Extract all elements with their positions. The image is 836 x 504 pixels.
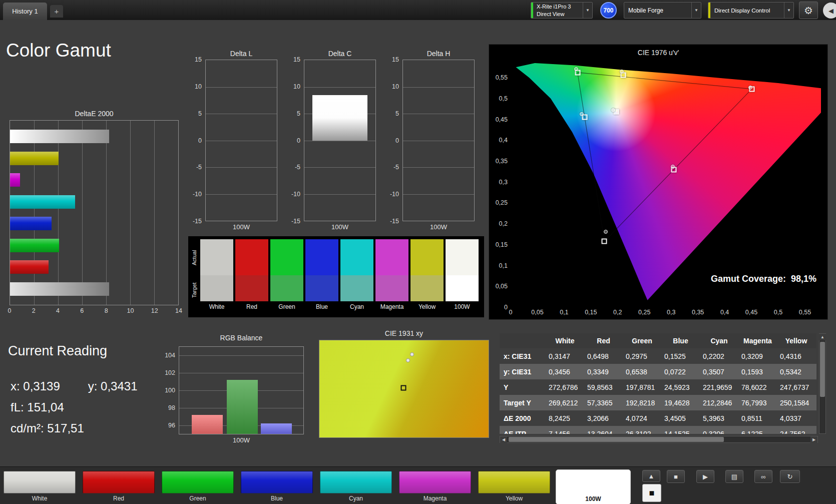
loop-icon[interactable]: ∞: [754, 470, 772, 483]
gamut-coverage-value: 98,1%: [791, 274, 816, 284]
axis-tick-label: 0,45: [496, 116, 508, 123]
swatch-target: [235, 275, 268, 301]
scrollbar-thumb[interactable]: [509, 437, 724, 442]
gear-icon[interactable]: ⚙: [799, 2, 818, 19]
table-cell: 8,2425: [546, 414, 584, 422]
target-marker-blue: [602, 239, 607, 244]
pattern-button-green[interactable]: Green: [160, 469, 235, 504]
table-cell: 250,1584: [777, 399, 815, 407]
swatch-target: [305, 275, 338, 301]
axis-tick-label: 100: [165, 387, 175, 394]
axis-tick-label: 15: [293, 56, 300, 63]
table-col-header-cyan: Cyan: [700, 337, 738, 345]
swatch-column-blue: Blue: [305, 239, 338, 312]
table-cell: 0,1593: [738, 368, 777, 376]
scrollbar-thumb[interactable]: [820, 342, 825, 397]
deltae-bar-yellow: [10, 152, 59, 165]
table-row: ΔE 20008,24253,20664,07243,45055,39630,8…: [500, 410, 816, 426]
history-tab[interactable]: History 1: [3, 3, 47, 20]
pattern-button-white[interactable]: White: [2, 469, 77, 504]
reading-fl: fL: 151,04: [11, 400, 64, 414]
swatch-label: Cyan: [340, 303, 373, 312]
gridline: [304, 87, 375, 88]
table-horizontal-scrollbar[interactable]: ◀ ▶: [500, 436, 818, 443]
axis-tick-label: -10: [193, 191, 202, 198]
chevron-down-icon[interactable]: ▼: [784, 3, 793, 18]
gridline: [206, 114, 277, 114]
meter-selector[interactable]: X-Rite i1Pro 3 Direct View ▼: [531, 2, 593, 19]
gridline: [206, 141, 277, 141]
axis-tick-label: 10: [195, 83, 202, 90]
workflow-selector[interactable]: Mobile Forge ▼: [624, 2, 701, 19]
reading-cdm2: cd/m²: 517,51: [11, 421, 84, 435]
axis-tick-label: 0,5: [499, 95, 508, 102]
axis-tick-label: 0,15: [496, 241, 508, 248]
table-row-label: x: CIE31: [500, 352, 546, 360]
axis-tick-label: -5: [393, 164, 399, 171]
table-cell: 221,9659: [700, 383, 738, 391]
pattern-window-button[interactable]: ■: [642, 484, 661, 502]
swatch-target: [200, 275, 233, 301]
table-cell: 24,7562: [777, 430, 815, 434]
axis-tick-label: 0: [198, 137, 202, 144]
table-cell: 0,2202: [700, 352, 738, 360]
delta-c-chart: Delta C 151050-5-10-15 100W: [288, 50, 378, 235]
table-cell: 24,5923: [661, 383, 700, 391]
delta-c-plot: [304, 60, 376, 221]
pattern-button-magenta[interactable]: Magenta: [397, 469, 473, 504]
scroll-up-icon[interactable]: ▲: [819, 334, 826, 340]
axis-tick-label: 0,4: [499, 137, 508, 144]
table-row: x: CIE310,31470,64980,29750,15250,22020,…: [500, 348, 816, 364]
axis-tick-label: 96: [168, 422, 175, 429]
x-axis-label: 100W: [304, 223, 376, 231]
refresh-icon[interactable]: ↻: [780, 470, 800, 483]
add-tab-button[interactable]: +: [50, 5, 63, 18]
axis-tick-label: -10: [390, 191, 399, 198]
axis-tick-label: 0,55: [799, 309, 811, 316]
meter-name: X-Rite i1Pro 3 Direct View: [533, 3, 574, 18]
axis-tick-label: 5: [198, 110, 202, 117]
display-control-label: Direct Display Control: [710, 8, 784, 14]
table-cell: 14,1525: [661, 430, 700, 434]
table-cell: 0,3349: [584, 368, 623, 376]
gridline: [403, 87, 474, 88]
pattern-button-100w[interactable]: 100W: [556, 469, 631, 504]
swatch-actual: [235, 239, 268, 275]
scroll-left-icon[interactable]: ◀: [500, 436, 507, 443]
swatch-actual: [200, 239, 233, 275]
swatch-actual: [375, 239, 408, 275]
play-icon[interactable]: ▶: [696, 470, 714, 483]
pattern-button-yellow[interactable]: Yellow: [477, 469, 552, 504]
expand-up-icon[interactable]: ▲: [642, 470, 660, 482]
pattern-button-cyan[interactable]: Cyan: [318, 469, 393, 504]
measured-marker: [410, 352, 414, 356]
axis-tick-label: 0: [8, 307, 12, 314]
deltae-bar-100w: [10, 282, 109, 296]
display-control-selector[interactable]: Direct Display Control ▼: [708, 2, 794, 19]
axis-tick-label: 8: [105, 307, 108, 314]
table-cell: 19,4628: [661, 399, 700, 407]
pattern-label: Green: [162, 495, 234, 502]
save-icon[interactable]: ▤: [725, 470, 743, 483]
axis-tick-label: 14: [175, 307, 182, 314]
swatch-label: Magenta: [375, 303, 408, 312]
table-cell: 57,3365: [584, 399, 623, 407]
pattern-button-blue[interactable]: Blue: [239, 469, 314, 504]
chevron-down-icon[interactable]: ▼: [691, 3, 701, 18]
stop-icon[interactable]: ■: [667, 470, 685, 483]
measured-marker-magenta: [671, 165, 675, 169]
cie1976-plot: [511, 63, 821, 307]
x-axis-label: 100W: [402, 223, 475, 231]
swatch-actual: [305, 239, 338, 275]
axis-tick-label: 12: [151, 307, 158, 314]
scroll-right-icon[interactable]: ▶: [810, 436, 817, 443]
axis-tick-label: 0,1: [499, 262, 508, 269]
chevron-down-icon[interactable]: ▼: [583, 3, 592, 18]
pattern-label: Magenta: [399, 495, 471, 502]
collapse-panel-icon[interactable]: ◀: [823, 3, 836, 19]
table-vertical-scrollbar[interactable]: ▲: [819, 333, 826, 434]
axis-tick-label: 98: [168, 404, 175, 411]
pattern-label: Blue: [241, 495, 313, 502]
pattern-button-red[interactable]: Red: [81, 469, 156, 504]
axis-tick-label: -15: [390, 218, 399, 225]
